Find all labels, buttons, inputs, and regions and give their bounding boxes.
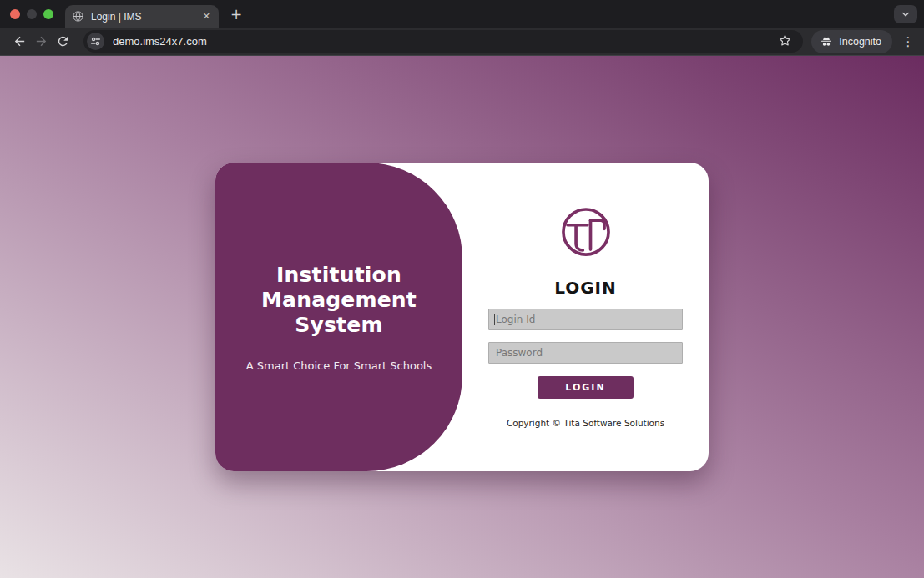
browser-toolbar: demo.ims24x7.com Incognito ⋮ — [0, 28, 924, 56]
back-button[interactable] — [8, 31, 30, 53]
forward-button[interactable] — [30, 31, 52, 53]
site-settings-button[interactable] — [87, 33, 104, 50]
star-icon — [778, 33, 792, 48]
tab-strip: Login | IMS ✕ + — [0, 0, 924, 28]
browser-tab[interactable]: Login | IMS ✕ — [65, 5, 219, 28]
brand-panel: Institution Management System A Smart Ch… — [215, 163, 462, 471]
login-heading: LOGIN — [554, 278, 617, 298]
password-input[interactable] — [488, 342, 683, 364]
reload-button[interactable] — [52, 31, 73, 53]
bookmark-button[interactable] — [778, 33, 795, 50]
browser-menu-button[interactable]: ⋮ — [901, 34, 916, 49]
login-card: Institution Management System A Smart Ch… — [215, 163, 709, 471]
chevron-down-icon — [900, 8, 911, 20]
login-form-panel: LOGIN LOGIN Copyright © Tita Software So… — [462, 163, 709, 471]
tab-title: Login | IMS — [91, 11, 194, 23]
text-caret — [494, 314, 495, 325]
window-controls — [0, 0, 65, 28]
url-text[interactable]: demo.ims24x7.com — [113, 35, 778, 48]
new-tab-button[interactable]: + — [219, 8, 242, 27]
brand-tagline: A Smart Choice For Smart Schools — [232, 359, 446, 372]
incognito-label: Incognito — [839, 36, 881, 48]
brand-title: Institution Management System — [243, 263, 435, 338]
login-page: Institution Management System A Smart Ch… — [0, 56, 924, 578]
tita-logo-icon — [558, 204, 613, 259]
login-button[interactable]: LOGIN — [538, 376, 634, 399]
back-arrow-icon — [13, 34, 27, 48]
incognito-icon — [820, 35, 833, 48]
login-id-input[interactable] — [488, 309, 683, 330]
tab-close-icon[interactable]: ✕ — [201, 11, 212, 22]
address-bar[interactable]: demo.ims24x7.com — [83, 30, 803, 53]
tab-search-button[interactable] — [894, 5, 917, 23]
copyright-text: Copyright © Tita Software Solutions — [507, 418, 664, 428]
reload-icon — [56, 34, 70, 48]
window-close-button[interactable] — [10, 9, 20, 19]
globe-favicon-icon — [72, 10, 84, 23]
window-zoom-button[interactable] — [43, 9, 53, 19]
window-minimize-button[interactable] — [27, 9, 37, 19]
forward-arrow-icon — [34, 34, 48, 48]
incognito-badge: Incognito — [811, 30, 892, 53]
tune-icon — [90, 36, 101, 47]
